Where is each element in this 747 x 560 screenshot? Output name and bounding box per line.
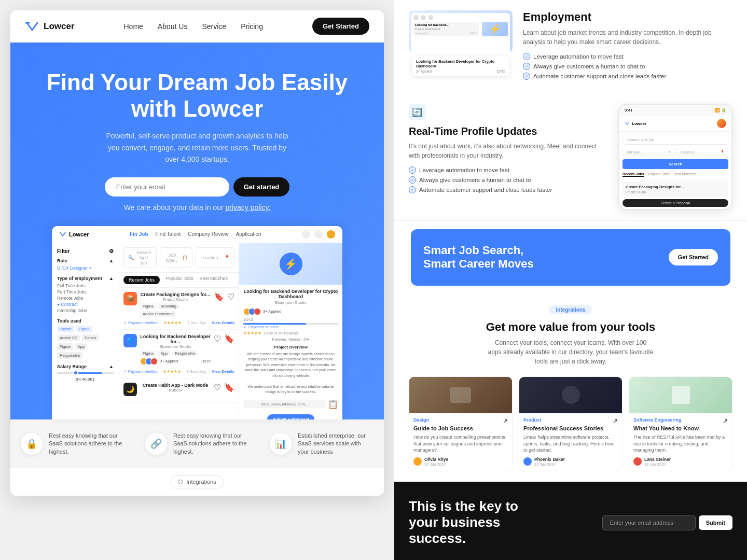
employment-contract[interactable]: ● Contract bbox=[57, 302, 114, 307]
blog-link-icon-2[interactable]: ↗ bbox=[613, 417, 618, 425]
blog-link-icon-3[interactable]: ↗ bbox=[723, 417, 728, 425]
bottom-cta: This is the key to your business success… bbox=[394, 482, 747, 560]
phone-proposal-button[interactable]: Create a Proposal bbox=[622, 199, 728, 207]
tool-canva[interactable]: Canva bbox=[82, 334, 99, 341]
phone-tab-best[interactable]: Best Matches bbox=[673, 172, 695, 177]
filter-icon[interactable]: ⚙ bbox=[109, 248, 114, 254]
smart-banner-wrapper: Smart Job Search, Smart Career Moves Get… bbox=[394, 229, 747, 286]
phone-search-input[interactable]: Search type job bbox=[622, 135, 728, 145]
applied-row-2: 3+ Applied 10/15 bbox=[140, 358, 211, 365]
phone-tab-recent[interactable]: Recent Jobs bbox=[622, 172, 644, 177]
tool-figma2[interactable]: Figma bbox=[57, 343, 73, 350]
phone-tabs: Recent Jobs Popular Jobs Best Matches bbox=[619, 172, 731, 179]
phone-search-button[interactable]: Search bbox=[622, 159, 728, 169]
detail-stars: ★★★★★ bbox=[243, 331, 261, 335]
avatar-icon[interactable] bbox=[327, 230, 335, 239]
realtime-section: 🔄 Real-Time Profile Updates It's not jus… bbox=[394, 93, 747, 221]
search-input-mini[interactable]: 🔍Search type job bbox=[123, 247, 157, 268]
role-option[interactable]: UI/UX Designer × bbox=[57, 265, 114, 271]
job-title-3: Create Habit App - Dark Mode bbox=[140, 383, 211, 388]
cta-submit-button[interactable]: Submit bbox=[699, 515, 732, 530]
tool-app[interactable]: App bbox=[75, 343, 87, 350]
app-main: 🔍Search type job Job type...📋 Location..… bbox=[119, 243, 239, 419]
link-icon: 🔗 bbox=[145, 433, 167, 455]
nav-service[interactable]: Service bbox=[202, 22, 226, 31]
phone-job-title: Create Packaging Designs for... bbox=[626, 185, 725, 189]
job-title-1: Create Packaging Designs for... bbox=[140, 292, 211, 297]
bottom-icon-item-1: 🔒 Rest easy knowing that our SaaS soluti… bbox=[21, 432, 125, 456]
location-input[interactable]: Location...📍 bbox=[196, 247, 234, 268]
verified-badge-1: ✓ Payment Verified bbox=[123, 320, 158, 325]
employment-title: Employment bbox=[523, 10, 732, 24]
bookmark-icon-1[interactable]: 🔖 bbox=[214, 292, 224, 302]
employment-fulltime[interactable]: Full Time Jobs bbox=[57, 283, 114, 288]
cta-email-input[interactable] bbox=[602, 515, 696, 530]
tool-adobexd[interactable]: Adobe XD bbox=[57, 334, 80, 341]
check-item-3: ✓ Automate customer support and close le… bbox=[523, 73, 732, 80]
time-2: 7 Hours Ago bbox=[186, 370, 206, 373]
app-logo: Lowcer bbox=[59, 231, 89, 237]
nav-home[interactable]: Home bbox=[124, 22, 143, 31]
blog-card-body-2: Product ↗ Professional Success Stories L… bbox=[519, 413, 622, 471]
settings-icon[interactable] bbox=[314, 230, 323, 239]
smart-banner-cta[interactable]: Get Started bbox=[669, 249, 718, 265]
hero-cta-button[interactable]: Get started bbox=[233, 177, 290, 197]
logo-text: Lowcer bbox=[44, 21, 75, 32]
phone-location[interactable]: Location... 📍 bbox=[676, 148, 728, 156]
submit-proposal-button[interactable]: Submit a Proposal bbox=[267, 414, 314, 419]
detail-section-title: Project Overview bbox=[243, 345, 338, 349]
phone-job-type[interactable]: Job type... ▾ bbox=[622, 148, 674, 156]
tool-sketch[interactable]: Sketch bbox=[57, 326, 74, 332]
bookmark-icon-3[interactable]: 🔖 bbox=[224, 383, 234, 393]
realtime-checks: ✓ Leverage automation to move fast ✓ Alw… bbox=[409, 166, 608, 193]
check-icon-2: ✓ bbox=[523, 63, 530, 70]
phone-tab-popular[interactable]: Popular Jobs bbox=[648, 172, 670, 177]
preview-card: Looking for Backend Developer for Crypto… bbox=[412, 56, 509, 76]
tab-recent[interactable]: Recent Jobs bbox=[123, 276, 160, 284]
heart-icon-1[interactable]: ♡ bbox=[227, 292, 234, 302]
hero-headline: Find Your Dream Job Easily with Lowcer bbox=[42, 69, 353, 122]
preview-image: Looking for Backend... Crypto Dashboard … bbox=[409, 10, 513, 52]
blog-title-2: Professional Success Stories bbox=[523, 425, 618, 432]
blog-category-1: Design bbox=[413, 417, 429, 423]
employment-internship[interactable]: Internship Jobs bbox=[57, 308, 114, 313]
bottom-text-1: Rest easy knowing that our SaaS solution… bbox=[49, 432, 125, 456]
copy-icon[interactable]: 📋 bbox=[328, 399, 338, 409]
employment-remote[interactable]: Remote Jobs bbox=[57, 296, 114, 301]
tool-figma[interactable]: Figma bbox=[76, 326, 92, 332]
collapse-icon-2[interactable]: ▲ bbox=[109, 276, 114, 281]
employment-checks: ✓ Leverage automation to move fast ✓ Alw… bbox=[523, 53, 732, 80]
author-avatar-1 bbox=[413, 457, 422, 466]
view-details-1[interactable]: View Details bbox=[212, 320, 234, 325]
integrations-pill[interactable]: ⬡ Integrations bbox=[170, 475, 224, 488]
job-type-input[interactable]: Job type...📋 bbox=[160, 247, 193, 268]
tab-popular[interactable]: Popular Jobs bbox=[166, 276, 193, 284]
bookmark-icon-2[interactable]: 🔖 bbox=[224, 334, 234, 344]
collapse-icon[interactable]: ▲ bbox=[109, 258, 114, 263]
employment-parttime[interactable]: Part Time Jobs bbox=[57, 289, 114, 295]
verified-badge-2: ✓ Payment Verified bbox=[123, 369, 158, 374]
nav-pricing[interactable]: Pricing bbox=[241, 22, 263, 31]
logo-icon bbox=[25, 21, 39, 32]
hero-form: Get started bbox=[42, 177, 353, 197]
collapse-icon-3[interactable]: ▲ bbox=[109, 364, 114, 369]
heart-icon-3[interactable]: ♡ bbox=[214, 383, 221, 393]
detail-reviews: 100% of 2% Reviews bbox=[264, 331, 298, 335]
bottom-icon-item-3: 📊 Established enterprise, our SaaS servi… bbox=[270, 432, 374, 456]
blog-link-icon-1[interactable]: ↗ bbox=[503, 417, 508, 425]
nav-cta-button[interactable]: Get Started bbox=[312, 18, 369, 35]
job-list: 📦 Create Packaging Designs for... Fmartt… bbox=[119, 288, 239, 419]
salary-value: $4,40,001 bbox=[57, 377, 114, 382]
tab-best[interactable]: Best Matches bbox=[200, 276, 228, 284]
tool-responsive[interactable]: Responsive bbox=[57, 352, 82, 359]
phone-logo: Lowcer bbox=[625, 121, 646, 126]
view-details-2[interactable]: View Details bbox=[212, 369, 234, 374]
notification-icon[interactable] bbox=[302, 230, 310, 239]
blog-card-design: Design ↗ Guide to Job Success How do you… bbox=[409, 376, 513, 471]
detail-body: Looking for Backend Developer for Crypto… bbox=[239, 285, 342, 419]
job-company-2: Bluemoon Studio bbox=[140, 344, 211, 349]
heart-icon-2[interactable]: ♡ bbox=[214, 334, 221, 344]
hero-email-input[interactable] bbox=[105, 177, 229, 197]
salary-slider[interactable] bbox=[57, 372, 114, 374]
nav-about[interactable]: About Us bbox=[158, 22, 188, 31]
